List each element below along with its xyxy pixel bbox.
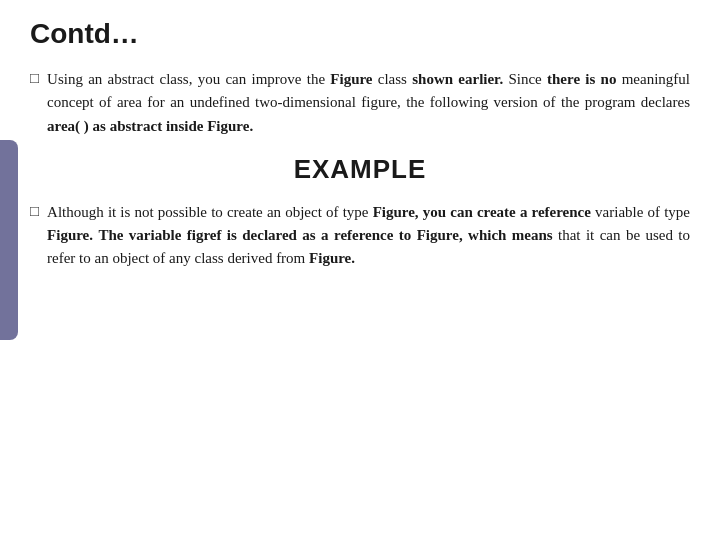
bold-variable-figref: The variable figref is declared as a ref…	[98, 227, 552, 243]
bullet-block-1: □ Using an abstract class, you can impro…	[30, 68, 690, 138]
bullet-marker-1: □	[30, 69, 39, 86]
bold-figure-3: Figure.	[47, 227, 93, 243]
bold-area: area( ) as abstract inside Figure.	[47, 118, 253, 134]
bold-you-can-create: you can create a reference	[423, 204, 591, 220]
bullet-block-2: □ Although it is not possible to create …	[30, 201, 690, 271]
bold-figure-2: Figure,	[373, 204, 419, 220]
bullet-text-2: Although it is not possible to create an…	[47, 201, 690, 271]
page: Contd… □ Using an abstract class, you ca…	[0, 0, 720, 540]
bold-shown: shown earlier.	[412, 71, 503, 87]
bold-figure-4: Figure.	[309, 250, 355, 266]
bullet-text-1: Using an abstract class, you can improve…	[47, 68, 690, 138]
side-accent	[0, 140, 18, 340]
bold-there-is-no: there is no	[547, 71, 616, 87]
page-title: Contd…	[30, 18, 690, 50]
example-title: EXAMPLE	[30, 154, 690, 185]
bold-figure-1: Figure	[330, 71, 372, 87]
bullet-marker-2: □	[30, 202, 39, 219]
